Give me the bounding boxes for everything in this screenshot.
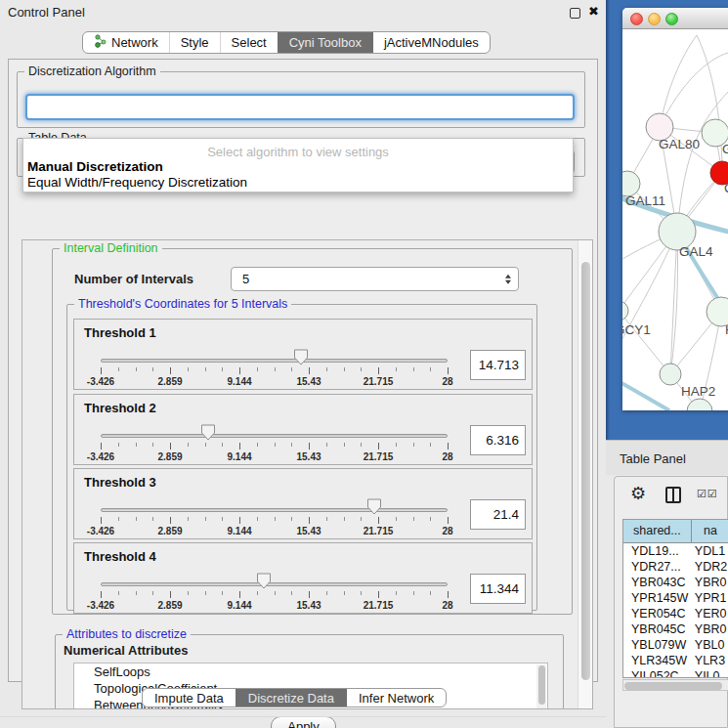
table-cell[interactable]: YBR0	[692, 621, 728, 637]
tab-style[interactable]: Style	[169, 32, 220, 53]
table-cell[interactable]: YBR043C	[623, 575, 692, 590]
tick-mark	[205, 517, 206, 521]
table-cell[interactable]: YER0	[692, 606, 728, 621]
tick-mark	[361, 591, 362, 595]
float-window-icon[interactable]	[570, 8, 580, 19]
slider-track[interactable]	[101, 434, 448, 438]
tick-mark	[309, 367, 310, 374]
tick-mark	[136, 517, 137, 521]
tick-mark	[118, 517, 119, 521]
slider-thumb[interactable]	[256, 573, 272, 592]
tab-discretize-data[interactable]: Discretize Data	[236, 689, 346, 707]
dropdown-option-manual[interactable]: Manual Discretization	[27, 159, 163, 174]
table-cell[interactable]: YPR1	[692, 590, 728, 606]
network-node[interactable]	[660, 364, 681, 385]
table-cell[interactable]: YIL0	[692, 668, 728, 678]
tick-mark	[152, 591, 153, 595]
select-columns-icon[interactable]: ☑☑	[697, 488, 718, 500]
tick-mark	[118, 443, 119, 447]
apply-button[interactable]: Apply	[271, 716, 336, 728]
tick-mark	[118, 367, 119, 371]
tab-select[interactable]: Select	[220, 32, 278, 53]
table-cell[interactable]: YBR0	[692, 575, 728, 590]
table-cell[interactable]: YDL1	[692, 543, 728, 559]
tick-mark	[222, 517, 223, 521]
columns-icon[interactable]	[665, 487, 681, 503]
num-intervals-value: 5	[242, 272, 249, 286]
threshold-4-value-field[interactable]: 11.344	[470, 574, 526, 604]
table-row[interactable]: YBL079WYBL0	[623, 637, 728, 653]
tab-network[interactable]: Network	[83, 32, 169, 53]
network-node[interactable]	[622, 301, 628, 321]
slider-ticks: -3.4262.8599.14415.4321.71528	[101, 517, 448, 538]
slider-thumb[interactable]	[293, 349, 309, 368]
column-header-shared-name[interactable]: shared...	[623, 520, 692, 543]
table-cell[interactable]: YDR27...	[623, 559, 692, 575]
minimize-traffic-light[interactable]	[648, 13, 661, 25]
slider-track[interactable]	[101, 508, 448, 512]
threshold-1-value-field[interactable]: 14.713	[470, 350, 526, 380]
tick-mark	[152, 517, 153, 521]
slider-thumb[interactable]	[200, 424, 216, 444]
algorithm-combo[interactable]	[25, 94, 575, 120]
column-header-name[interactable]: na	[692, 520, 728, 543]
tick-mark	[344, 367, 345, 371]
table-row[interactable]: YIL052CYIL0	[623, 668, 728, 678]
network-window-titlebar[interactable]	[622, 8, 728, 29]
threshold-2-value-field[interactable]: 6.316	[470, 425, 526, 455]
slider-thumb[interactable]	[366, 498, 382, 518]
table-row[interactable]: YBR045CYBR0	[623, 621, 728, 637]
attribute-list-item[interactable]: SelfLoops	[74, 664, 547, 680]
tab-cyni-toolbox[interactable]: Cyni Toolbox	[278, 32, 372, 53]
table-row[interactable]: YER054CYER0	[623, 606, 728, 621]
slider-track[interactable]	[101, 582, 448, 586]
table-row[interactable]: YBR043CYBR0	[623, 575, 728, 590]
node-label: GAL80	[659, 137, 700, 151]
tick-mark	[309, 443, 310, 450]
tick-mark	[413, 443, 414, 447]
settings-scroll-pane: Interval Definition Number of Intervals …	[21, 239, 593, 709]
table-cell[interactable]: YPR145W	[623, 590, 692, 606]
table-cell[interactable]: YIL052C	[623, 668, 692, 678]
numerical-attributes-label: Numerical Attributes	[64, 643, 188, 658]
table-row[interactable]: YPR145WYPR1	[623, 590, 728, 606]
tab-impute-data[interactable]: Impute Data	[143, 689, 236, 707]
dropdown-option-equal-width[interactable]: Equal Width/Frequency Discretization	[27, 175, 247, 190]
tick-label: 15.43	[296, 600, 321, 611]
node-label: GAL11	[625, 193, 665, 208]
table-cell[interactable]: YDL19...	[623, 543, 692, 559]
close-traffic-light[interactable]	[630, 13, 643, 25]
tab-infer-network[interactable]: Infer Network	[346, 689, 446, 707]
table-row[interactable]: YLR345WYLR3	[623, 653, 728, 668]
table-cell[interactable]: YBL079W	[623, 637, 692, 653]
tick-mark	[136, 443, 137, 447]
tab-jactivemnodules[interactable]: jActiveMNodules	[372, 32, 490, 53]
table-row[interactable]: YDL19...YDL1	[623, 543, 728, 559]
table-cell[interactable]: YLR345W	[623, 653, 692, 668]
table-cell[interactable]: YBR045C	[623, 621, 692, 637]
tab-impute-data-label: Impute Data	[154, 691, 224, 706]
tick-mark	[222, 367, 223, 371]
settings-scrollbar[interactable]	[578, 240, 592, 708]
attributes-scrollbar[interactable]	[536, 664, 546, 709]
table-cell[interactable]: YLR3	[692, 653, 728, 668]
slider-track[interactable]	[101, 359, 448, 363]
table-cell[interactable]: YER054C	[623, 606, 692, 621]
tick-mark	[257, 443, 258, 447]
table-cell[interactable]: YBL0	[692, 637, 728, 653]
threshold-3-value-field[interactable]: 21.4	[470, 499, 526, 530]
table-row[interactable]: YDR27...YDR2	[623, 559, 728, 575]
zoom-traffic-light[interactable]	[665, 13, 678, 25]
tick-label: 28	[442, 451, 452, 462]
close-icon[interactable]: ✖	[588, 4, 599, 19]
network-window-frame: GAL80G.CGAL11GAL4GCY1HHAP2	[606, 0, 728, 440]
tick-label: 9.144	[227, 451, 251, 462]
tick-mark	[344, 443, 345, 447]
tab-select-label: Select	[232, 35, 267, 50]
table-hscrollbar[interactable]	[622, 679, 728, 691]
network-canvas[interactable]: GAL80G.CGAL11GAL4GCY1HHAP2	[622, 29, 728, 410]
gear-icon[interactable]: ⚙	[630, 485, 646, 502]
table-cell[interactable]: YDR2	[692, 559, 728, 575]
settings-scrollbar-thumb[interactable]	[581, 262, 590, 680]
num-intervals-combo[interactable]: 5	[231, 267, 519, 291]
